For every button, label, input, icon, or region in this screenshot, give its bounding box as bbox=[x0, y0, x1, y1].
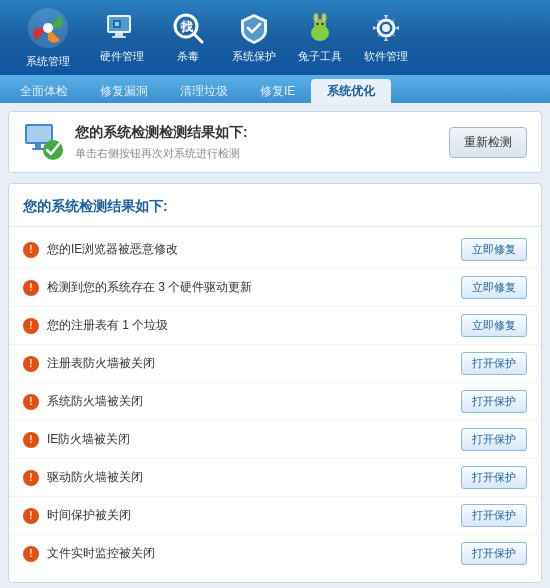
summary-card: 您的系统检测检测结果如下: 单击右侧按钮再次对系统进行检测 重新检测 bbox=[8, 111, 542, 173]
warn-icon: ! bbox=[23, 356, 39, 372]
result-text: 系统防火墙被关闭 bbox=[47, 393, 143, 410]
nav-label-software: 软件管理 bbox=[364, 49, 408, 64]
nav-label-hardware: 硬件管理 bbox=[100, 49, 144, 64]
result-text: 文件实时监控被关闭 bbox=[47, 545, 155, 562]
tab-fix-ie[interactable]: 修复IE bbox=[244, 79, 311, 103]
table-row: ! 您的注册表有 1 个垃圾 立即修复 bbox=[9, 307, 541, 345]
table-row: ! 驱动防火墙被关闭 打开保护 bbox=[9, 459, 541, 497]
protect-button-8[interactable]: 打开保护 bbox=[461, 542, 527, 565]
protect-button-4[interactable]: 打开保护 bbox=[461, 390, 527, 413]
gear-icon bbox=[368, 11, 404, 45]
result-text: 您的IE浏览器被恶意修改 bbox=[47, 241, 178, 258]
svg-point-17 bbox=[323, 15, 325, 22]
svg-rect-24 bbox=[27, 126, 51, 142]
protect-button-6[interactable]: 打开保护 bbox=[461, 466, 527, 489]
brand-logo bbox=[24, 6, 72, 50]
svg-rect-7 bbox=[115, 22, 119, 26]
protect-button-5[interactable]: 打开保护 bbox=[461, 428, 527, 451]
result-left: ! 检测到您的系统存在 3 个硬件驱动更新 bbox=[23, 279, 252, 296]
results-title: 您的系统检测结果如下: bbox=[9, 194, 541, 227]
summary-left: 您的系统检测检测结果如下: 单击右侧按钮再次对系统进行检测 bbox=[23, 122, 248, 162]
summary-title: 您的系统检测检测结果如下: bbox=[75, 124, 248, 142]
nav-item-rabbit[interactable]: 兔子工具 bbox=[288, 6, 352, 70]
tab-full-check[interactable]: 全面体检 bbox=[4, 79, 84, 103]
main-content: 您的系统检测检测结果如下: 单击右侧按钮再次对系统进行检测 重新检测 您的系统检… bbox=[0, 103, 550, 588]
watermark: IT168 bbox=[8, 583, 542, 588]
result-left: ! 文件实时监控被关闭 bbox=[23, 545, 155, 562]
result-left: ! 您的IE浏览器被恶意修改 bbox=[23, 241, 178, 258]
protect-button-7[interactable]: 打开保护 bbox=[461, 504, 527, 527]
svg-point-20 bbox=[319, 26, 321, 27]
table-row: ! 注册表防火墙被关闭 打开保护 bbox=[9, 345, 541, 383]
result-left: ! 驱动防火墙被关闭 bbox=[23, 469, 143, 486]
brand-nav-item[interactable]: 系统管理 bbox=[8, 6, 88, 70]
svg-rect-26 bbox=[35, 144, 41, 148]
brand-label: 系统管理 bbox=[26, 54, 70, 69]
result-left: ! 注册表防火墙被关闭 bbox=[23, 355, 155, 372]
fix-button-2[interactable]: 立即修复 bbox=[461, 314, 527, 337]
summary-text: 您的系统检测检测结果如下: 单击右侧按钮再次对系统进行检测 bbox=[75, 124, 248, 161]
nav-item-kill[interactable]: 找 杀毒 bbox=[156, 6, 220, 70]
result-text: IE防火墙被关闭 bbox=[47, 431, 130, 448]
nav-item-software[interactable]: 软件管理 bbox=[354, 6, 418, 70]
result-left: ! 系统防火墙被关闭 bbox=[23, 393, 143, 410]
warn-icon: ! bbox=[23, 432, 39, 448]
recheck-button[interactable]: 重新检测 bbox=[449, 127, 527, 158]
top-nav: 系统管理 硬件管理 找 杀毒 bbox=[0, 0, 550, 75]
warn-icon: ! bbox=[23, 242, 39, 258]
nav-item-hardware[interactable]: 硬件管理 bbox=[90, 6, 154, 70]
shield-icon bbox=[236, 11, 272, 45]
tab-fix-holes[interactable]: 修复漏洞 bbox=[84, 79, 164, 103]
table-row: ! 系统防火墙被关闭 打开保护 bbox=[9, 383, 541, 421]
svg-rect-27 bbox=[32, 148, 44, 150]
fix-button-1[interactable]: 立即修复 bbox=[461, 276, 527, 299]
result-text: 驱动防火墙被关闭 bbox=[47, 469, 143, 486]
summary-subtitle: 单击右侧按钮再次对系统进行检测 bbox=[75, 146, 248, 161]
warn-icon: ! bbox=[23, 508, 39, 524]
kill-icon: 找 bbox=[170, 11, 206, 45]
svg-point-1 bbox=[43, 23, 53, 33]
svg-rect-4 bbox=[115, 33, 123, 36]
result-text: 注册表防火墙被关闭 bbox=[47, 355, 155, 372]
hardware-icon bbox=[104, 11, 140, 45]
table-row: ! 检测到您的系统存在 3 个硬件驱动更新 立即修复 bbox=[9, 269, 541, 307]
result-text: 检测到您的系统存在 3 个硬件驱动更新 bbox=[47, 279, 252, 296]
svg-line-9 bbox=[194, 34, 202, 42]
warn-icon: ! bbox=[23, 470, 39, 486]
table-row: ! 您的IE浏览器被恶意修改 立即修复 bbox=[9, 231, 541, 269]
warn-icon: ! bbox=[23, 546, 39, 562]
result-left: ! 您的注册表有 1 个垃圾 bbox=[23, 317, 168, 334]
table-row: ! 时间保护被关闭 打开保护 bbox=[9, 497, 541, 535]
result-left: ! IE防火墙被关闭 bbox=[23, 431, 130, 448]
result-text: 时间保护被关闭 bbox=[47, 507, 131, 524]
rabbit-icon bbox=[302, 11, 338, 45]
nav-item-protect[interactable]: 系统保护 bbox=[222, 6, 286, 70]
results-section: 您的系统检测结果如下: ! 您的IE浏览器被恶意修改 立即修复 ! 检测到您的系… bbox=[8, 183, 542, 583]
fix-button-0[interactable]: 立即修复 bbox=[461, 238, 527, 261]
svg-text:找: 找 bbox=[180, 20, 194, 34]
svg-point-18 bbox=[317, 23, 319, 25]
table-row: ! IE防火墙被关闭 打开保护 bbox=[9, 421, 541, 459]
svg-point-16 bbox=[315, 15, 317, 22]
tab-bar: 全面体检 修复漏洞 清理垃圾 修复IE 系统优化 bbox=[0, 75, 550, 103]
tab-optimize[interactable]: 系统优化 bbox=[311, 79, 391, 103]
svg-point-19 bbox=[322, 23, 324, 25]
warn-icon: ! bbox=[23, 280, 39, 296]
nav-label-kill: 杀毒 bbox=[177, 49, 199, 64]
result-left: ! 时间保护被关闭 bbox=[23, 507, 131, 524]
warn-icon: ! bbox=[23, 318, 39, 334]
tab-clean-junk[interactable]: 清理垃圾 bbox=[164, 79, 244, 103]
table-row: ! 文件实时监控被关闭 打开保护 bbox=[9, 535, 541, 572]
protect-button-3[interactable]: 打开保护 bbox=[461, 352, 527, 375]
warn-icon: ! bbox=[23, 394, 39, 410]
nav-label-protect: 系统保护 bbox=[232, 49, 276, 64]
monitor-icon bbox=[23, 122, 63, 162]
svg-point-22 bbox=[382, 24, 390, 32]
result-text: 您的注册表有 1 个垃圾 bbox=[47, 317, 168, 334]
nav-label-rabbit: 兔子工具 bbox=[298, 49, 342, 64]
svg-rect-5 bbox=[112, 36, 126, 38]
